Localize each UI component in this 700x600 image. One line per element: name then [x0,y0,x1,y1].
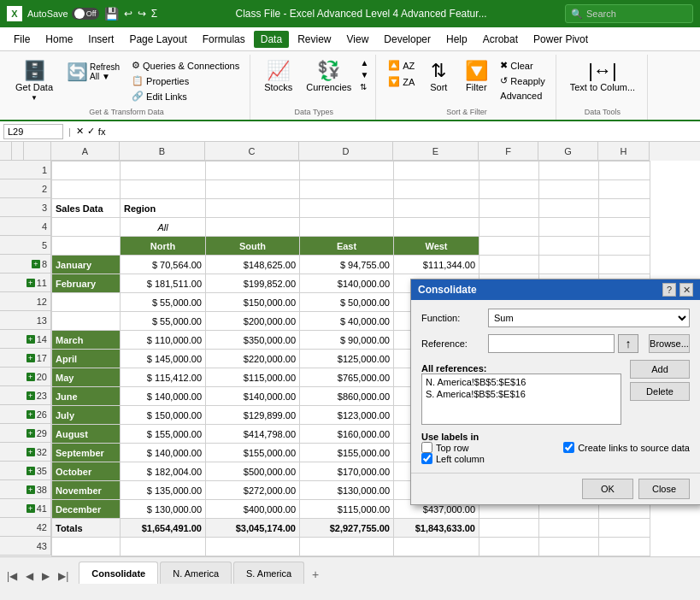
sheet-tab-s-america[interactable]: S. America [233,562,304,584]
menu-insert[interactable]: Insert [81,31,121,48]
cell-a8[interactable]: January [52,256,121,274]
col-header-f[interactable]: F [479,142,538,161]
cell-b38[interactable]: $ 135,000.00 [121,481,206,500]
cell-c11[interactable]: $199,852.00 [206,274,300,293]
cell-c13[interactable]: $200,000.00 [206,312,300,331]
cell-b14[interactable]: $ 110,000.00 [121,331,206,350]
cell-a1[interactable] [52,162,121,180]
ref-item-2[interactable]: S. America!$B$5:$E$16 [426,388,617,400]
dialog-help-button[interactable]: ? [662,283,676,297]
get-data-button[interactable]: 🗄️ Get Data ▼ [10,58,58,105]
text-to-columns-button[interactable]: |↔| Text to Colum... [565,58,640,96]
menu-data[interactable]: Data [254,31,289,48]
cell-c23[interactable]: $140,000.00 [206,387,300,406]
cell-b3[interactable]: Region [121,199,206,218]
cell-g3[interactable] [539,199,599,218]
cell-d42[interactable]: $2,927,755.00 [300,519,394,538]
create-links-checkbox[interactable] [563,442,574,453]
col-header-h[interactable]: H [598,142,650,161]
menu-developer[interactable]: Developer [377,31,438,48]
close-dialog-button[interactable]: Close [638,479,690,499]
cell-d41[interactable]: $115,000.00 [300,500,394,519]
col-header-d[interactable]: D [299,142,393,161]
cell-a13[interactable] [52,312,121,331]
expand-41[interactable]: + [26,504,35,513]
menu-review[interactable]: Review [291,31,338,48]
cell-g8[interactable] [539,256,599,274]
col-header-e[interactable]: E [393,142,479,161]
clear-button[interactable]: ✖ Clear [497,58,548,73]
cell-e43[interactable] [394,538,479,556]
filter-button[interactable]: 🔽 Filter [459,58,493,96]
expand-26[interactable]: + [26,410,35,419]
expand-8[interactable]: + [32,260,40,268]
advanced-button[interactable]: Advanced [497,89,548,103]
browse-button[interactable]: Browse... [649,334,690,353]
cell-c26[interactable]: $129,899.00 [206,406,300,425]
dialog-reference-input[interactable] [488,334,615,353]
edit-links-button[interactable]: 🔗 Edit Links [128,89,243,103]
expand-20[interactable]: + [26,373,35,381]
cell-e2[interactable] [394,180,479,199]
cell-c32[interactable]: $155,000.00 [206,444,300,462]
cell-d1[interactable] [300,162,394,180]
cell-e8[interactable]: $111,344.00 [394,256,479,274]
col-header-b[interactable]: B [120,142,205,161]
cell-a14[interactable]: March [52,331,121,350]
data-type-expand-icon[interactable]: ⇅ [360,82,368,91]
menu-page-layout[interactable]: Page Layout [122,31,193,48]
save-icon[interactable]: 💾 [104,7,119,21]
cell-a43[interactable] [52,538,121,556]
reapply-button[interactable]: ↺ Reapply [497,74,548,88]
cell-c41[interactable]: $400,000.00 [206,500,300,519]
expand-11[interactable]: + [26,279,35,287]
confirm-formula-icon[interactable]: ✓ [87,126,95,137]
cell-b5[interactable]: North [121,237,206,256]
cell-f4[interactable] [479,218,539,237]
sheet-tab-consolidate[interactable]: Consolidate [79,562,158,584]
sum-icon[interactable]: Σ [151,8,157,20]
expand-35[interactable]: + [26,467,35,475]
cell-c17[interactable]: $220,000.00 [206,350,300,368]
cell-e5[interactable]: West [394,237,479,256]
cell-h3[interactable] [599,199,650,218]
cell-d35[interactable]: $170,000.00 [300,462,394,481]
cell-b43[interactable] [121,538,206,556]
menu-view[interactable]: View [340,31,376,48]
menu-home[interactable]: Home [38,31,79,48]
tab-prev-button[interactable]: ◀ [22,568,37,584]
cell-a23[interactable]: June [52,387,121,406]
cell-f43[interactable] [479,538,539,556]
cell-c2[interactable] [206,180,300,199]
left-col-checkbox[interactable] [421,453,432,464]
cell-b20[interactable]: $ 115,412.00 [121,368,206,387]
cell-b8[interactable]: $ 70,564.00 [121,256,206,274]
dialog-ref-collapse-button[interactable]: ↑ [618,334,638,353]
add-button[interactable]: Add [630,360,690,379]
cell-b26[interactable]: $ 150,000.00 [121,406,206,425]
cell-d38[interactable]: $130,000.00 [300,481,394,500]
top-row-checkbox[interactable] [421,442,432,453]
properties-button[interactable]: 📋 Properties [128,74,243,88]
expand-14[interactable]: + [26,335,35,344]
col-header-a[interactable]: A [51,142,120,161]
data-type-down-icon[interactable]: ▼ [360,70,368,79]
cell-c12[interactable]: $150,000.00 [206,293,300,312]
cell-b32[interactable]: $ 140,000.00 [121,444,206,462]
cell-d23[interactable]: $860,000.00 [300,387,394,406]
cell-f3[interactable] [479,199,539,218]
sheet-tab-n-america[interactable]: N. America [160,562,232,584]
cell-d8[interactable]: $ 94,755.00 [300,256,394,274]
cell-b17[interactable]: $ 145,000.00 [121,350,206,368]
queries-connections-button[interactable]: ⚙ Queries & Connections [128,58,243,73]
sort-button[interactable]: ⇅ Sort [421,58,456,96]
cell-c3[interactable] [206,199,300,218]
cancel-formula-icon[interactable]: ✕ [76,126,84,137]
menu-file[interactable]: File [7,31,37,48]
cell-c43[interactable] [206,538,300,556]
cell-a42[interactable]: Totals [52,519,121,538]
cell-d2[interactable] [300,180,394,199]
stocks-button[interactable]: 📈 Stocks [259,58,297,96]
cell-f8[interactable] [479,256,539,274]
cell-a4[interactable] [52,218,121,237]
